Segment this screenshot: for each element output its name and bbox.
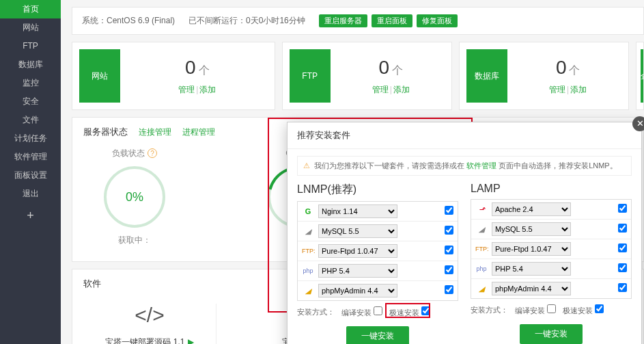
pkg-row: FTP:Pure-Ftpd 1.0.47 <box>471 239 631 259</box>
sidebar-item-logout[interactable]: 退出 <box>0 185 61 203</box>
pkg-icon: ◢ <box>475 285 488 293</box>
pkg-select[interactable]: PHP 5.4 <box>492 262 571 276</box>
stat-value: 0 <box>185 57 196 78</box>
sidebar-item-home[interactable]: 首页 <box>0 0 61 18</box>
restart-server-button[interactable]: 重启服务器 <box>319 14 367 27</box>
sidebar: 首页 网站 FTP 数据库 监控 安全 文件 计划任务 软件管理 面板设置 退出… <box>0 0 61 344</box>
pkg-icon: ⬏ <box>475 205 488 214</box>
stat-card-website: 网站 0个 管理|添加 <box>72 42 275 110</box>
pkg-checkbox[interactable] <box>618 224 627 233</box>
sidebar-item-security[interactable]: 安全 <box>0 92 61 111</box>
stat-card-enterprise: 企 <box>636 42 644 110</box>
stat-value: 0 <box>379 57 390 78</box>
install-lamp-button[interactable]: 一键安装 <box>520 324 583 344</box>
pkg-icon: FTP: <box>302 248 314 254</box>
lamp-column: LAMP ⬏Apache 2.4◢MySQL 5.5FTP:Pure-Ftpd … <box>471 183 632 344</box>
col-title: LAMP <box>471 183 632 195</box>
system-info: 系统：CentOS 6.9 (Final) <box>82 15 175 27</box>
compile-install-checkbox[interactable]: 编译安装 <box>341 306 382 318</box>
add-link[interactable]: 添加 <box>570 85 587 94</box>
pkg-checkbox[interactable] <box>445 265 453 274</box>
warning-icon: ⚠ <box>303 161 310 170</box>
add-link[interactable]: 添加 <box>199 85 216 94</box>
pkg-checkbox[interactable] <box>445 285 453 294</box>
stat-badge: 网站 <box>79 49 120 103</box>
sidebar-item-ftp[interactable]: FTP <box>0 37 61 55</box>
compile-install-checkbox[interactable]: 编译安装 <box>515 304 556 316</box>
pkg-row: phpPHP 5.4 <box>471 259 631 279</box>
sidebar-item-software[interactable]: 软件管理 <box>0 148 61 166</box>
manage-link[interactable]: 管理 <box>178 85 195 94</box>
restart-panel-button[interactable]: 重启面板 <box>372 14 412 27</box>
stat-value: 0 <box>556 57 567 78</box>
lnmp-column: LNMP(推荐) GNginx 1.14◢MySQL 5.5FTP:Pure-F… <box>297 183 458 344</box>
repair-panel-button[interactable]: 修复面板 <box>417 14 458 27</box>
pkg-icon: php <box>475 265 488 272</box>
pkg-checkbox[interactable] <box>618 283 627 292</box>
pkg-select[interactable]: Pure-Ftpd 1.0.47 <box>318 244 397 258</box>
sidebar-item-files[interactable]: 文件 <box>0 111 61 129</box>
pkg-select[interactable]: MySQL 5.5 <box>318 224 397 238</box>
modal-warning: ⚠ 我们为您推荐以下一键套件，请按需选择或在 软件管理 页面中自动选择，推荐安装… <box>297 156 632 176</box>
install-lnmp-button[interactable]: 一键安装 <box>346 326 409 344</box>
install-modal: ✕ 推荐安装套件 ⚠ 我们为您推荐以下一键套件，请按需选择或在 软件管理 页面中… <box>287 122 642 344</box>
pkg-row: ◢MySQL 5.5 <box>471 220 631 239</box>
pkg-row: ◢phpMyAdmin 4.4 <box>471 279 631 298</box>
stat-badge: 数据库 <box>466 49 507 103</box>
pkg-icon: ◢ <box>302 227 314 236</box>
uptime-info: 已不间断运行：0天0小时16分钟 <box>188 15 305 27</box>
manage-link[interactable]: 管理 <box>549 85 565 94</box>
pkg-icon: G <box>302 207 314 215</box>
sidebar-item-settings[interactable]: 面板设置 <box>0 166 61 185</box>
pkg-select[interactable]: Pure-Ftpd 1.0.47 <box>492 242 571 256</box>
manage-link[interactable]: 管理 <box>372 85 389 94</box>
fast-install-checkbox[interactable]: 极速安装 <box>563 304 604 316</box>
pkg-checkbox[interactable] <box>618 204 627 213</box>
close-icon[interactable]: ✕ <box>632 116 644 131</box>
soft-card-deploy[interactable]: </> 宝塔一键部署源码 1.1▶ <box>83 304 216 344</box>
fast-install-checkbox[interactable]: 极速安装 <box>389 308 430 317</box>
pkg-select[interactable]: phpMyAdmin 4.4 <box>318 284 397 297</box>
pkg-checkbox[interactable] <box>445 206 453 215</box>
pkg-select[interactable]: PHP 5.4 <box>318 264 397 278</box>
add-link[interactable]: 添加 <box>393 85 410 94</box>
pkg-row: FTP:Pure-Ftpd 1.0.47 <box>298 241 458 261</box>
pkg-select[interactable]: Apache 2.4 <box>492 202 571 216</box>
sidebar-item-website[interactable]: 网站 <box>0 18 61 37</box>
pkg-select[interactable]: phpMyAdmin 4.4 <box>492 282 571 295</box>
pkg-checkbox[interactable] <box>618 243 627 252</box>
pkg-row: ◢phpMyAdmin 4.4 <box>298 281 458 300</box>
stat-badge: FTP <box>290 49 331 103</box>
help-icon[interactable]: ? <box>148 148 157 158</box>
pkg-select[interactable]: MySQL 5.5 <box>492 222 571 236</box>
process-mgmt-link[interactable]: 进程管理 <box>182 127 215 138</box>
modal-title: 推荐安装套件 <box>288 122 641 149</box>
pkg-row: phpPHP 5.4 <box>298 261 458 281</box>
stat-card-database: 数据库 0个 管理|添加 <box>459 42 629 110</box>
pkg-icon: FTP: <box>475 246 488 252</box>
connection-mgmt-link[interactable]: 连接管理 <box>139 127 171 138</box>
stat-badge: 企 <box>641 49 644 103</box>
pkg-checkbox[interactable] <box>445 226 453 235</box>
sidebar-item-monitor[interactable]: 监控 <box>0 74 61 92</box>
gauge-sub: 获取中： <box>83 235 186 246</box>
chevron-right-icon: ▶ <box>188 337 194 344</box>
sidebar-item-database[interactable]: 数据库 <box>0 55 61 74</box>
pkg-icon: ◢ <box>302 287 314 295</box>
pkg-icon: ◢ <box>475 225 488 234</box>
code-icon: </> <box>83 304 216 328</box>
pkg-checkbox[interactable] <box>618 263 627 272</box>
gauge-load: 负载状态? 0% 获取中： <box>83 148 186 246</box>
topbar: 系统：CentOS 6.9 (Final) 已不间断运行：0天0小时16分钟 重… <box>72 7 644 35</box>
pkg-row: ⬏Apache 2.4 <box>471 200 631 220</box>
sidebar-item-cron[interactable]: 计划任务 <box>0 129 61 148</box>
pkg-icon: php <box>302 267 314 274</box>
gauge-circle: 0% <box>104 166 165 228</box>
sidebar-add-button[interactable]: + <box>0 209 61 223</box>
stat-card-ftp: FTP 0个 管理|添加 <box>282 42 452 110</box>
pkg-row: ◢MySQL 5.5 <box>298 222 458 241</box>
pkg-checkbox[interactable] <box>445 246 453 254</box>
pkg-select[interactable]: Nginx 1.14 <box>318 204 397 218</box>
software-mgmt-link[interactable]: 软件管理 <box>466 161 496 170</box>
panel-title: 服务器状态 <box>83 126 128 138</box>
